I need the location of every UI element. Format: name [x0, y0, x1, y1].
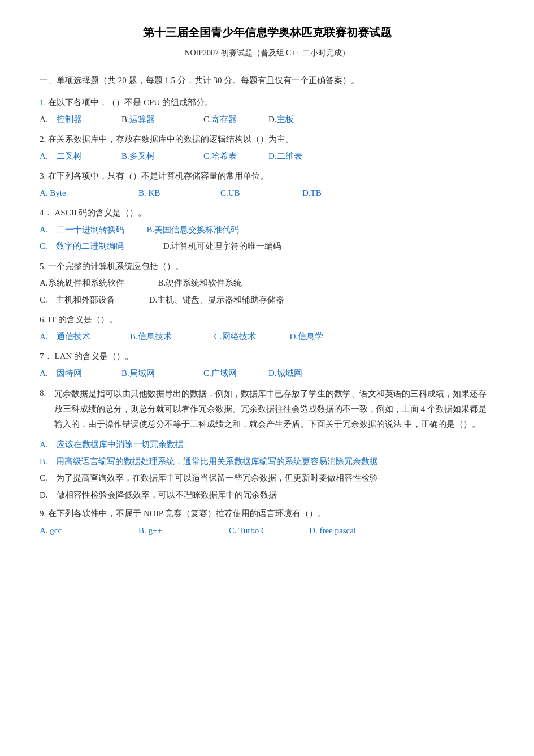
q2-text: 在关系数据库中，存放在数据库中的数据的逻辑结构以（）为主。 [48, 132, 294, 147]
q3-optB: B. KB [113, 186, 170, 201]
q1-optB: B.运算器 [113, 113, 170, 127]
question-8: 8. 冗余数据是指可以由其他数据导出的数据，例如，数据库中已存放了学生的数学、语… [40, 386, 494, 502]
q4-optD: D.计算机可处理字符的唯一编码 [146, 239, 282, 254]
question-6: 6. IT 的含义是（）。 A. 通信技术 B.信息技术 C.网络技术 D.信息… [40, 313, 494, 344]
q9-options: A. gcc B. g++ C. Turbo C D. free pascal [40, 524, 494, 538]
main-title: 第十三届全国青少年信息学奥林匹克联赛初赛试题 [40, 23, 494, 42]
q2-optC: C.哈希表 [186, 149, 243, 164]
q8-optB: B. 用高级语言编写的数据处理系统，通常比用关系数据库编写的系统更容易消除冗余数… [40, 455, 494, 469]
q5-optB: B.硬件系统和软件系统 [141, 276, 242, 291]
q1-optA: A. 控制器 [40, 113, 96, 127]
q3-text: 在下列各项中，只有（）不是计算机存储容量的常用单位。 [48, 169, 268, 184]
q4-optA: A. 二一十进制转换码 [40, 223, 124, 237]
q3-optC: C.UB [186, 186, 243, 201]
q2-optA: A. 二叉树 [40, 149, 96, 164]
q6-options: A. 通信技术 B.信息技术 C.网络技术 D.信息学 [40, 330, 494, 344]
q5-text: 一个完整的计算机系统应包括（）。 [48, 260, 184, 274]
q2-number: 2. [40, 132, 46, 147]
q9-text: 在下列各软件中，不属于 NOIP 竞赛（复赛）推荐使用的语言环境有（）。 [48, 507, 326, 521]
question-4: 4． ASCII 码的含义是（）。 A. 二一十进制转换码 B.美国信息交换标准… [40, 206, 494, 254]
q3-optA: A. Byte [40, 186, 96, 201]
q4-optB: B.美国信息交换标准代码 [147, 223, 240, 237]
q2-options: A. 二叉树 B.多叉树 C.哈希表 D.二维表 [40, 149, 494, 164]
q6-optD: D.信息学 [273, 330, 329, 344]
q8-optD: D. 做相容性检验会降低效率，可以不理睬数据库中的冗余数据 [40, 488, 494, 503]
q8-options: A. 应该在数据库中消除一切冗余数据 B. 用高级语言编写的数据处理系统，通常比… [40, 438, 494, 502]
q5-optD: D.主机、键盘、显示器和辅助存储器 [132, 293, 285, 308]
section1-header: 一、单项选择题（共 20 题，每题 1.5 分，共计 30 分。每题有且仅有一个… [40, 74, 494, 88]
question-2: 2. 在关系数据库中，存放在数据库中的数据的逻辑结构以（）为主。 A. 二叉树 … [40, 132, 494, 163]
q7-options: A. 因特网 B.局域网 C.广域网 D.城域网 [40, 366, 494, 381]
q1-optC: C.寄存器 [186, 113, 243, 127]
q8-number: 8. [40, 386, 52, 401]
subtitle: NOIP2007 初赛试题（普及组 C++ 二小时完成） [40, 46, 494, 60]
q3-options: A. Byte B. KB C.UB D.TB [40, 186, 494, 201]
q9-optB: B. g++ [113, 524, 170, 538]
q8-text: 冗余数据是指可以由其他数据导出的数据，例如，数据库中已存放了学生的数学、语文和英… [54, 386, 494, 432]
q7-optA: A. 因特网 [40, 366, 96, 381]
question-5: 5. 一个完整的计算机系统应包括（）。 A.系统硬件和系统软件 B.硬件系统和软… [40, 260, 494, 308]
question-3: 3. 在下列各项中，只有（）不是计算机存储容量的常用单位。 A. Byte B.… [40, 169, 494, 200]
q9-optC: C. Turbo C [186, 524, 267, 538]
q6-optA: A. 通信技术 [40, 330, 96, 344]
q6-optB: B.信息技术 [113, 330, 172, 344]
q4-optC: C. 数字的二进制编码 [40, 239, 124, 254]
page-container: 第十三届全国青少年信息学奥林匹克联赛初赛试题 NOIP2007 初赛试题（普及组… [40, 23, 494, 538]
q5-optC: C. 主机和外部设备 [40, 293, 115, 308]
q7-optB: B.局域网 [113, 366, 170, 381]
q1-options: A. 控制器 B.运算器 C.寄存器 D.主板 [40, 113, 494, 127]
question-7: 7． LAN 的含义是（）。 A. 因特网 B.局域网 C.广域网 D.城域网 [40, 349, 494, 381]
q9-optA: A. gcc [40, 524, 96, 538]
q7-text: LAN 的含义是（）。 [55, 349, 134, 364]
q7-optD: D.城域网 [260, 366, 316, 381]
question-1: 1. 在以下各项中，（）不是 CPU 的组成部分。 A. 控制器 B.运算器 C… [40, 96, 494, 127]
q6-optC: C.网络技术 [189, 330, 256, 344]
q6-text: IT 的含义是（）。 [48, 313, 118, 327]
q6-number: 6. [40, 313, 46, 327]
question-9: 9. 在下列各软件中，不属于 NOIP 竞赛（复赛）推荐使用的语言环境有（）。 … [40, 507, 494, 538]
q7-optC: C.广域网 [186, 366, 243, 381]
q5-optA: A.系统硬件和系统软件 [40, 276, 124, 291]
q2-optD: D.二维表 [260, 149, 316, 164]
q3-number: 3. [40, 169, 46, 184]
q9-optD: D. free pascal [284, 524, 356, 538]
q1-number: 1. [40, 96, 46, 110]
q9-number: 9. [40, 507, 46, 521]
q2-optB: B.多叉树 [113, 149, 170, 164]
q8-optC: C. 为了提高查询效率，在数据库中可以适当保留一些冗余数据，但更新时要做相容性检… [40, 471, 494, 486]
q1-optD: D.主板 [260, 113, 316, 127]
q8-optA: A. 应该在数据库中消除一切冗余数据 [40, 438, 494, 452]
q3-optD: D.TB [260, 186, 322, 201]
q7-number: 7． [40, 349, 53, 364]
q4-text: ASCII 码的含义是（）。 [55, 206, 147, 221]
q4-number: 4． [40, 206, 53, 221]
q5-number: 5. [40, 260, 46, 274]
q1-text: 在以下各项中，（）不是 CPU 的组成部分。 [48, 96, 213, 110]
